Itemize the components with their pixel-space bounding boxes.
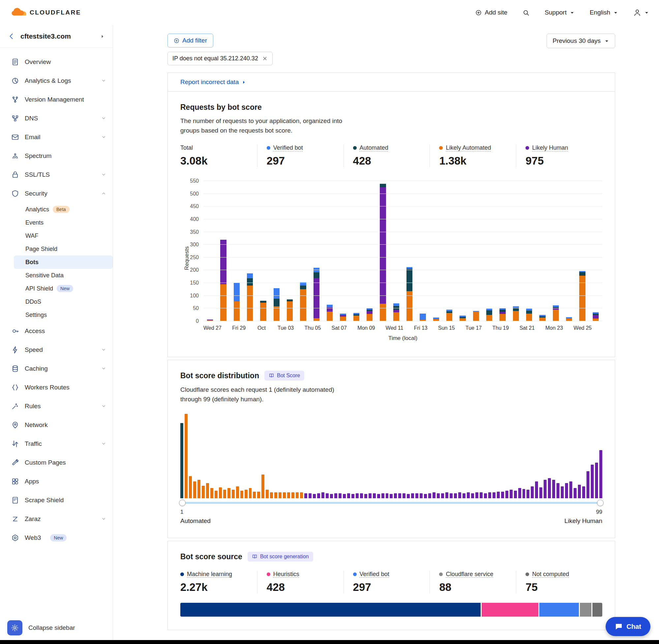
distribution-bar[interactable] xyxy=(415,493,418,498)
distribution-bar[interactable] xyxy=(557,483,560,498)
distribution-bar[interactable] xyxy=(215,491,217,498)
distribution-bar[interactable] xyxy=(351,494,354,498)
score-range-slider[interactable] xyxy=(180,500,602,506)
requests-chart-bar[interactable] xyxy=(393,181,399,321)
distribution-bar[interactable] xyxy=(411,493,414,498)
distribution-bar[interactable] xyxy=(240,491,243,498)
distribution-bar[interactable] xyxy=(595,463,598,498)
distribution-bar[interactable] xyxy=(428,493,431,498)
distribution-bar[interactable] xyxy=(223,490,226,498)
sidebar-item-scrape-shield[interactable]: Scrape Shield xyxy=(0,491,113,509)
distribution-bar[interactable] xyxy=(193,481,196,498)
requests-chart-bar[interactable] xyxy=(406,181,413,321)
distribution-bar[interactable] xyxy=(189,476,192,498)
distribution-bar[interactable] xyxy=(535,481,538,498)
sidebar-item-security-api-shield[interactable]: API ShieldNew xyxy=(0,282,113,295)
distribution-bar[interactable] xyxy=(450,493,453,498)
distribution-bar[interactable] xyxy=(510,490,513,498)
close-icon[interactable] xyxy=(262,56,268,61)
sidebar-item-security-bots[interactable]: Bots xyxy=(14,256,113,269)
distribution-bar[interactable] xyxy=(522,489,525,498)
requests-chart-bar[interactable] xyxy=(274,181,280,321)
distribution-bar[interactable] xyxy=(390,494,393,498)
requests-chart-bar[interactable] xyxy=(473,181,479,321)
distribution-bar[interactable] xyxy=(488,492,491,498)
requests-chart-bar[interactable] xyxy=(367,181,373,321)
requests-chart-bar[interactable] xyxy=(327,181,333,321)
distribution-bar[interactable] xyxy=(338,493,342,498)
distribution-bar[interactable] xyxy=(471,493,474,498)
distribution-bar[interactable] xyxy=(552,480,555,498)
sidebar-item-ssl-tls[interactable]: SSL/TLS xyxy=(0,165,113,184)
distribution-bar[interactable] xyxy=(599,450,602,498)
sidebar-item-security-settings[interactable]: Settings xyxy=(0,308,113,322)
sidebar-item-rules[interactable]: Rules xyxy=(0,397,113,415)
sidebar-item-web3[interactable]: Web3New xyxy=(0,528,113,547)
distribution-bar[interactable] xyxy=(386,493,389,498)
sidebar-item-overview[interactable]: Overview xyxy=(0,52,113,71)
requests-chart-bar[interactable] xyxy=(553,181,559,321)
sidebar-item-dns[interactable]: DNS xyxy=(0,109,113,128)
distribution-bar[interactable] xyxy=(322,492,324,498)
add-site-button[interactable]: Add site xyxy=(475,9,508,16)
distribution-bar[interactable] xyxy=(463,493,466,498)
distribution-bar[interactable] xyxy=(484,493,487,498)
distribution-bar[interactable] xyxy=(257,492,260,498)
distribution-bar[interactable] xyxy=(565,483,568,498)
distribution-bar[interactable] xyxy=(582,486,585,498)
collapse-sidebar-button[interactable]: Collapse sidebar xyxy=(28,624,75,631)
sidebar-item-security-waf[interactable]: WAF xyxy=(0,229,113,243)
distribution-bar[interactable] xyxy=(424,494,427,498)
requests-chart-bar[interactable] xyxy=(313,181,320,321)
distribution-bar[interactable] xyxy=(360,493,363,498)
distribution-bar[interactable] xyxy=(228,488,231,498)
distribution-bar[interactable] xyxy=(377,494,380,498)
distribution-bar[interactable] xyxy=(548,478,551,498)
requests-chart-bar[interactable] xyxy=(380,181,386,321)
distribution-bar[interactable] xyxy=(518,488,521,498)
sidebar-item-network[interactable]: Network xyxy=(0,415,113,434)
distribution-bar[interactable] xyxy=(287,492,290,498)
distribution-bar[interactable] xyxy=(505,491,508,498)
filter-chip[interactable]: IP does not equal 35.212.240.32 xyxy=(167,52,273,65)
distribution-bar[interactable] xyxy=(475,492,478,498)
sidebar-item-caching[interactable]: Caching xyxy=(0,359,113,378)
distribution-bar[interactable] xyxy=(300,492,303,498)
slider-handle-max[interactable] xyxy=(597,500,604,506)
distribution-bar[interactable] xyxy=(347,493,350,498)
distribution-bar[interactable] xyxy=(394,493,397,498)
distribution-bar[interactable] xyxy=(561,486,564,498)
distribution-bar[interactable] xyxy=(569,481,572,498)
distribution-bar[interactable] xyxy=(249,488,252,498)
distribution-bar[interactable] xyxy=(454,493,457,498)
distribution-bar[interactable] xyxy=(197,480,201,498)
sidebar-item-email[interactable]: Email xyxy=(0,128,113,146)
distribution-bar[interactable] xyxy=(244,490,248,498)
distribution-bar[interactable] xyxy=(334,493,337,498)
distribution-bar[interactable] xyxy=(578,485,581,498)
source-segment-heuristics[interactable] xyxy=(481,603,538,617)
distribution-bar[interactable] xyxy=(343,494,346,498)
source-segment-cloudflare-service[interactable] xyxy=(580,603,591,617)
distribution-bar[interactable] xyxy=(432,492,436,498)
distribution-bar[interactable] xyxy=(373,493,376,498)
report-incorrect-data-link[interactable]: Report incorrect data xyxy=(180,78,246,86)
sidebar-item-security-page-shield[interactable]: Page Shield xyxy=(0,243,113,256)
distribution-bar[interactable] xyxy=(330,494,333,498)
distribution-bar[interactable] xyxy=(279,492,282,498)
add-filter-button[interactable]: Add filter xyxy=(167,33,213,47)
sidebar-item-security-analytics[interactable]: AnalyticsBeta xyxy=(0,203,113,216)
distribution-bar[interactable] xyxy=(185,414,188,498)
requests-chart-bar[interactable] xyxy=(433,181,439,321)
distribution-bar[interactable] xyxy=(236,486,239,498)
sidebar-item-version-management[interactable]: Version Management xyxy=(0,90,113,109)
requests-chart-bar[interactable] xyxy=(446,181,452,321)
distribution-bar[interactable] xyxy=(210,488,213,498)
cloudflare-logo[interactable]: CLOUDFLARE xyxy=(10,6,81,19)
sidebar-item-custom-pages[interactable]: Custom Pages xyxy=(0,453,113,472)
distribution-bar[interactable] xyxy=(232,490,235,498)
distribution-bar[interactable] xyxy=(420,493,423,498)
distribution-bar[interactable] xyxy=(270,492,273,498)
sidebar-item-spectrum[interactable]: Spectrum xyxy=(0,146,113,165)
chat-button[interactable]: Chat xyxy=(606,617,651,636)
